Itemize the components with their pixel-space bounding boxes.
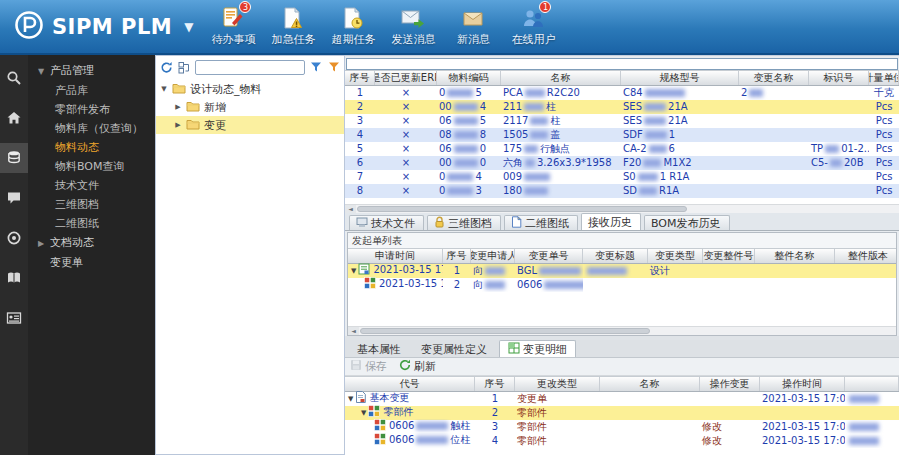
table-row[interactable]: 0606触柱3零部件修改2021-03-15 17:04 [345,420,899,434]
filter-icon[interactable] [308,60,323,75]
column-header[interactable]: 名称 [600,377,700,391]
rail-chat-icon[interactable] [0,183,28,213]
cell: 060 [437,142,501,156]
toolbar-item[interactable]: 加急任务 [269,6,317,47]
table-row[interactable]: 8×03180SDR1APcs [345,184,899,198]
redacted-block [639,187,657,195]
chevron-down-icon: ▼ [184,20,193,34]
column-header[interactable]: 变更单号 [515,249,583,263]
column-header[interactable]: 名称 [501,71,621,85]
scrollbar-thumb[interactable] [357,206,687,212]
column-header[interactable]: 申请时间 [348,249,443,263]
table-row[interactable]: 5×060175行触点CA-26TP01-2...Pcs [345,142,899,156]
column-header[interactable]: 代号 [345,377,475,391]
material-table-hscrollbar[interactable]: ◄ [345,204,899,213]
sidebar-item[interactable]: 物料库（仅查询） [28,119,155,138]
table-row[interactable]: 6×000六角3.26x3.9*1958F20M1X2C5-20BPcs [345,156,899,170]
table-row[interactable]: 3×0652117柱SES21APcs [345,114,899,128]
tree-node[interactable]: ▼设计动态_物料 [156,80,344,98]
tree-node[interactable]: ▶新增 [156,98,344,116]
column-header[interactable]: 规格型号 [621,71,739,85]
table-row[interactable]: 7×04009S01 R1APcs [345,170,899,184]
rail-search-icon[interactable] [0,63,28,93]
toolbar-item[interactable]: 新消息 [449,6,497,47]
cell-text: 06 [439,143,452,154]
column-header[interactable]: 操作时间 [760,377,845,391]
table-row[interactable]: 4×0881505盖SDF1Pcs [345,128,899,142]
column-header[interactable]: 序号 [475,377,515,391]
rail-book-icon[interactable] [0,263,28,293]
folder-icon [186,100,200,115]
table-row[interactable]: 1×05PCAR2C20C842千克 [345,86,899,100]
toolbar-item[interactable]: 3待办事项 [209,6,257,47]
tab-label: 二维图纸 [525,216,569,231]
sidebar-item[interactable]: 产品库 [28,81,155,100]
column-header[interactable]: 整件版本 [835,249,899,263]
column-header[interactable]: 变更标题 [583,249,648,263]
column-header[interactable]: 物料编码 [437,71,501,85]
table-row[interactable]: ▼基本变更1变更单2021-03-15 17:04 [345,392,899,406]
tab-label: 变更明细 [523,342,567,357]
tree-search-input[interactable] [195,60,305,75]
sidebar-item[interactable]: 物料动态 [28,138,155,157]
scroll-left-icon[interactable]: ◄ [345,205,356,213]
sidebar-group[interactable]: ▶文档动态 [28,233,155,253]
column-header[interactable]: 序号 [443,249,471,263]
tab-基本属性[interactable]: 基本属性 [349,342,409,357]
sidebar-item[interactable]: 二维图纸 [28,214,155,233]
刷新-button[interactable]: 刷新 [399,359,436,374]
column-header[interactable]: 变更类型 [648,249,703,263]
table-row[interactable]: 2×004211柱SES21APcs [345,100,899,114]
column-header[interactable]: 更改类型 [515,377,600,391]
sidebar-item[interactable]: 零部件发布 [28,100,155,119]
column-header[interactable]: 计量单位 [869,71,899,85]
table-row[interactable]: 0606位柱4零部件修改2021-03-15 17:04 [345,434,899,448]
refresh-icon[interactable] [159,60,174,75]
table-row[interactable]: 2021-03-15 16:102向0606 [348,278,896,292]
sidebar-item-top[interactable]: 变更单 [28,253,155,273]
column-header[interactable]: 变更申请人 [471,249,515,263]
tab-BOM发布历史[interactable]: BOM发布历史 [644,215,730,230]
tab-三维图档[interactable]: 三维图档 [427,215,501,230]
rail-idcard-icon[interactable] [0,303,28,333]
scrollbar-thumb[interactable] [360,328,650,334]
toolbar-item[interactable]: 发送消息 [389,6,437,47]
toolbar-item[interactable]: 超期任务 [329,6,377,47]
column-header[interactable]: 整件名称 [755,249,835,263]
expander-open-icon[interactable]: ▼ [348,395,353,403]
tab-技术文件[interactable]: 技术文件 [349,215,424,230]
column-header[interactable]: 标识号 [809,71,869,85]
column-header[interactable]: 操作变更 [700,377,760,391]
sidebar-item[interactable]: 三维图档 [28,195,155,214]
cell-text: TP [811,143,823,154]
column-header[interactable]: 变更名称 [739,71,809,85]
table-row[interactable]: ▼零部件2零部件 [345,406,899,420]
quick-filter-input[interactable] [346,58,898,70]
tab-二维图纸[interactable]: 二维图纸 [504,215,578,230]
rail-home-icon[interactable] [0,103,28,133]
column-header[interactable]: 是否已更新ERP [375,71,437,85]
tab-变更属性定义[interactable]: 变更属性定义 [413,342,495,357]
column-header[interactable]: 序号 [345,71,375,85]
expander-open-icon[interactable]: ▼ [351,267,356,275]
sidebar-group[interactable]: ▼产品管理 [28,61,155,81]
cell: 2021-03-15 17:04 [760,420,845,434]
request-table-hscrollbar[interactable]: ◄ [348,326,896,335]
tree-node[interactable]: ▶变更 [156,116,344,134]
clear-filter-icon[interactable] [326,60,341,75]
toolbar-item[interactable]: 1在线用户 [509,6,557,47]
expander-open-icon[interactable]: ▼ [361,409,366,417]
redacted-block [645,89,685,97]
collapse-all-icon[interactable] [177,60,192,75]
sidebar-item[interactable]: 技术文件 [28,176,155,195]
tab-变更明细[interactable]: 变更明细 [499,340,576,357]
tab-接收历史[interactable]: 接收历史 [581,213,641,230]
app-logo[interactable]: SIPM PLM ▼ [0,10,193,43]
rail-database-icon[interactable] [0,143,28,173]
sidebar-item[interactable]: 物料BOM查询 [28,157,155,176]
scroll-left-icon[interactable]: ◄ [348,327,359,335]
column-header[interactable] [845,377,899,391]
column-header[interactable]: 变更整件号 [703,249,755,263]
rail-support-icon[interactable] [0,223,28,253]
table-row[interactable]: ▼2021-03-15 17:041向BGL设计 [348,264,896,278]
